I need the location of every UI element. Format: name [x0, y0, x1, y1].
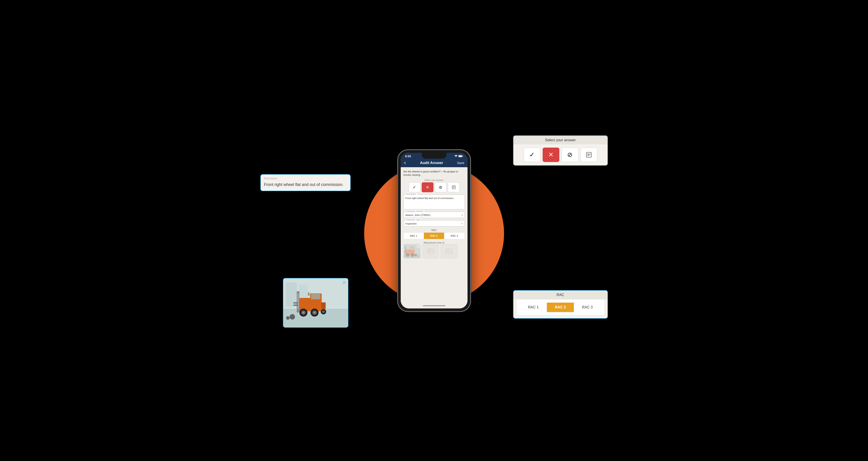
popup-description: Description Front right wheel flat and o… — [260, 174, 351, 191]
forklift-scene: ✕ — [283, 278, 348, 327]
employee-value: Adams, John (278091) — [405, 214, 431, 216]
svg-rect-12 — [405, 246, 406, 255]
pictures-label: Add pictures (max 3) — [403, 241, 465, 244]
select-answer-label: Select your answer — [403, 179, 465, 181]
status-icons — [455, 155, 463, 157]
popup-answer-check-btn[interactable]: ✓ — [524, 148, 540, 162]
svg-rect-40 — [311, 294, 320, 299]
image-placeholder-icon-2 — [446, 248, 452, 254]
home-bar — [423, 305, 445, 306]
popup-rac-body: RAC 1 RAC 2 RAC 3 — [516, 299, 605, 315]
question-text: Are the wheels in good condition? – No g… — [403, 170, 465, 177]
employee-dropdown[interactable]: Adams, John (278091) ▾ — [405, 214, 463, 216]
svg-rect-37 — [293, 304, 298, 306]
phone-nav-bar: < Audit Answer Save — [401, 159, 467, 167]
status-bar: 9:55 — [401, 153, 467, 159]
notch — [422, 153, 446, 159]
svg-point-52 — [291, 315, 293, 318]
chevron-down-icon-2: ▾ — [462, 222, 463, 225]
popup-rac-1-btn[interactable]: RAC 1 — [520, 303, 547, 312]
rac-label: RAC — [403, 229, 465, 232]
back-button[interactable]: < — [404, 161, 406, 165]
picture-slot-1[interactable]: ✕ — [403, 244, 421, 258]
rac-buttons: RAC 1 RAC 2 RAC 3 — [403, 233, 465, 239]
svg-rect-11 — [410, 247, 413, 250]
rac-3-btn[interactable]: RAC 3 — [444, 233, 464, 239]
inspection-type-dropdown[interactable]: Inspection ▾ — [405, 222, 463, 225]
save-button[interactable]: Save — [457, 161, 464, 165]
svg-point-50 — [322, 310, 325, 313]
popup-rac-header: RAC — [514, 290, 608, 299]
svg-rect-13 — [404, 251, 406, 251]
chevron-down-icon: ▾ — [462, 214, 463, 216]
employee-label: Employee Involved — [405, 210, 424, 212]
popup-answer-note-btn[interactable] — [581, 148, 597, 162]
svg-point-45 — [302, 312, 304, 313]
description-field[interactable]: Description Front right wheel flat and o… — [403, 194, 465, 209]
status-time: 9:55 — [405, 155, 411, 158]
rac-1-btn[interactable]: RAC 1 — [404, 233, 424, 239]
answer-buttons: ✓ ✕ ⊘ — [403, 182, 465, 192]
photo-close-icon[interactable]: ✕ — [342, 280, 346, 286]
answer-note-btn[interactable] — [448, 182, 460, 192]
employee-field[interactable]: Employee Involved Adams, John (278091) ▾ — [403, 212, 465, 218]
popup-select-answer-body: ✓ ✕ ⊘ — [514, 145, 608, 165]
inspection-type-field[interactable]: Inspection Type Inspection ▾ — [403, 220, 465, 226]
pictures-row: ✕ — [403, 244, 465, 258]
note-icon-popup — [586, 152, 592, 158]
svg-point-18 — [412, 254, 413, 256]
svg-rect-42 — [321, 302, 326, 309]
close-icon[interactable]: ✕ — [417, 245, 420, 248]
picture-slot-2[interactable] — [422, 244, 439, 258]
svg-rect-41 — [308, 292, 310, 296]
popup-forklift-photo: ✕ — [283, 278, 348, 328]
wifi-icon — [455, 155, 458, 157]
image-placeholder-icon — [427, 248, 434, 254]
select-answer-section: Select your answer ✓ ✕ ⊘ — [403, 179, 465, 192]
svg-rect-35 — [298, 293, 299, 309]
home-indicator — [401, 303, 467, 308]
phone-mockup: 9:55 < Audit Answe — [398, 150, 470, 311]
svg-rect-36 — [293, 302, 298, 304]
scene: 9:55 < Audit Answe — [260, 129, 608, 332]
phone-content: Are the wheels in good condition? – No g… — [401, 167, 467, 303]
svg-rect-14 — [404, 252, 406, 253]
svg-point-53 — [286, 316, 289, 320]
answer-check-btn[interactable]: ✓ — [409, 182, 420, 192]
phone-frame: 9:55 < Audit Answe — [398, 150, 470, 311]
popup-description-text: Front right wheel flat and out of commis… — [261, 181, 350, 191]
popup-description-label: Description — [261, 175, 350, 181]
popup-select-answer-header: Select your answer — [514, 136, 608, 145]
svg-point-16 — [407, 254, 408, 256]
popup-select-answer: Select your answer ✓ ✕ ⊘ — [513, 135, 608, 165]
popup-rac: RAC RAC 1 RAC 2 RAC 3 — [513, 290, 608, 318]
rac-2-btn[interactable]: RAC 2 — [424, 233, 444, 239]
description-label: Description — [405, 193, 417, 195]
pictures-section: Add pictures (max 3) — [403, 241, 465, 258]
picture-slot-3[interactable] — [440, 244, 458, 258]
rac-section: RAC RAC 1 RAC 2 RAC 3 — [403, 229, 465, 239]
inspection-type-label: Inspection Type — [405, 219, 421, 221]
svg-rect-2 — [463, 156, 463, 157]
description-value: Front right wheel flat and out of commis… — [405, 196, 463, 208]
inspection-type-value: Inspection — [405, 222, 417, 225]
svg-point-20 — [415, 255, 416, 256]
popup-rac-3-btn[interactable]: RAC 3 — [574, 303, 601, 312]
popup-answer-no-btn[interactable]: ⊘ — [562, 148, 578, 162]
phone-screen: 9:55 < Audit Answe — [401, 153, 467, 308]
popup-rac-2-btn[interactable]: RAC 2 — [547, 303, 574, 312]
forklift-large-image — [283, 278, 348, 327]
battery-icon — [459, 155, 463, 157]
answer-x-btn[interactable]: ✕ — [422, 182, 433, 192]
note-icon — [452, 185, 456, 189]
popup-answer-x-btn[interactable]: ✕ — [542, 148, 559, 162]
answer-no-btn[interactable]: ⊘ — [435, 182, 446, 192]
svg-point-48 — [314, 312, 315, 313]
nav-title: Audit Answer — [408, 161, 455, 165]
svg-rect-1 — [459, 155, 462, 157]
